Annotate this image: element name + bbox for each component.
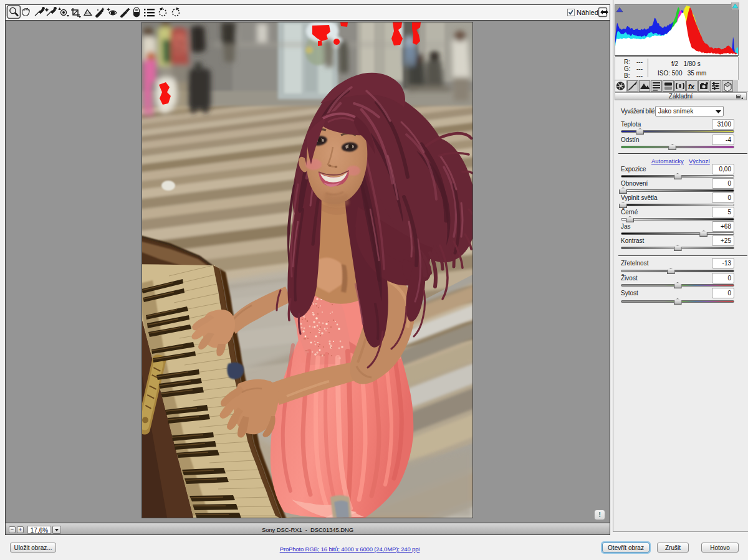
svg-text:fx: fx xyxy=(688,83,695,90)
svg-text:Náhled: Náhled xyxy=(577,9,598,16)
